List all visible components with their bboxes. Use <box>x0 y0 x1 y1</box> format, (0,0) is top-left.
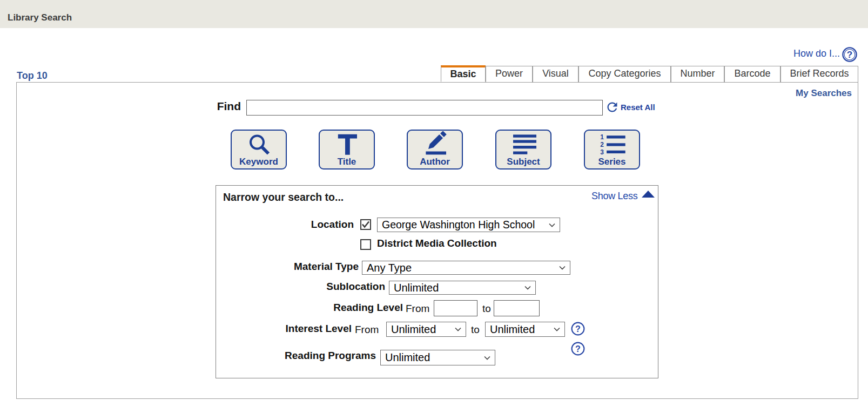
svg-text:?: ? <box>575 324 581 334</box>
svg-text:2: 2 <box>600 141 604 148</box>
svg-text:1: 1 <box>600 134 604 141</box>
svg-text:?: ? <box>575 344 581 354</box>
svg-text:3: 3 <box>600 148 604 156</box>
svg-text:?: ? <box>847 50 852 60</box>
